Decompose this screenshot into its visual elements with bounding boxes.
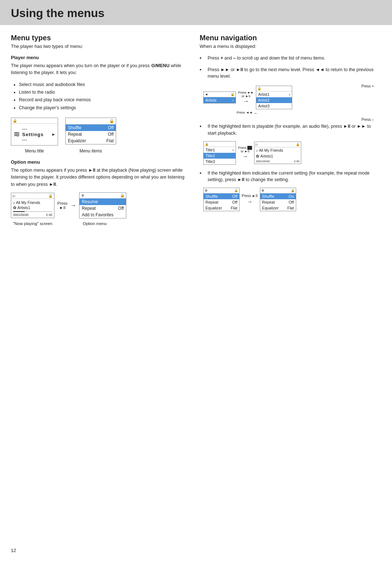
pb-track: ♪ All My Friends: [254, 147, 301, 153]
pause-icon: ⏸: [81, 193, 85, 197]
menu-items-header: 🔒: [66, 118, 116, 124]
option-menu-diagram-label: Option menu: [83, 221, 107, 226]
lock4-icon: 🔒: [291, 189, 295, 192]
np-body: ♪ All My Friends ✿ Artists1 0001/0030 2:…: [11, 199, 54, 218]
page-title: Using the menus: [11, 7, 381, 20]
before-setting-screen: ⚙ 🔒 ShuffleOff RepeatOff EqualizerFlat: [203, 188, 240, 211]
sb-equalizer: EqualizerFlat: [204, 205, 239, 211]
np-artist: ✿ Artists1: [13, 205, 52, 210]
menu-item-repeat: RepeatOff: [66, 131, 116, 138]
star2-icon: ✿: [256, 154, 259, 158]
artists-nav-diagram: Press + ◄ 🔒 Artists › Press ►► or: [203, 86, 374, 116]
menu-nav-subtitle: When a menu is displayed:: [200, 44, 374, 49]
np-time: 0001/0030 2:30: [13, 213, 52, 217]
np-track: ♪ All My Friends: [13, 200, 52, 205]
press-ff-indicator: Press ►II →: [242, 194, 258, 205]
press-fwd2-label: Press ██: [238, 146, 252, 150]
np-progress-bar: [13, 211, 25, 212]
sb-repeat: RepeatOff: [204, 199, 239, 205]
artist-list-screen: 🔒 Artist1 › Artist2 Artist3: [256, 86, 292, 109]
menu-items-label: Menu items: [65, 148, 116, 154]
menu-types-heading: Menu types: [11, 34, 185, 42]
menu-types-subtitle: The player has two types of menu:: [11, 44, 185, 49]
a-row-artists: Artists ›: [204, 97, 236, 103]
forward-arrow-icon: →: [243, 98, 249, 105]
menu-nav-heading: Menu navigation: [200, 34, 374, 42]
menu-item-shuffle: ShuffleOff: [66, 124, 116, 131]
menu-title-label: Menu title: [11, 148, 58, 154]
press-orii-label: or ►II: [241, 94, 250, 98]
lock-icon: 🔒: [205, 142, 209, 146]
playback-screen: ▷ 🔒 ♪ All My Friends ✿ Artists1 0001/003…: [254, 142, 301, 164]
al-row-3: Artist3: [256, 103, 292, 109]
sb-shuffle: ShuffleOff: [204, 193, 239, 199]
list-item: Record and play back voice memos: [19, 96, 185, 104]
menu-items-screen: 🔒 ShuffleOff RepeatOff EqualizerFlat: [65, 118, 116, 144]
title-nav-diagram: 🔒 Title1 › Title2 Title3 Press ██ or ►II…: [203, 141, 374, 165]
bullet-point-1: • Press + and – to scroll up and down th…: [200, 55, 374, 62]
al-row-1: Artist1 ›: [256, 91, 292, 97]
option-menu-diagram: ▷ 🔒 ♪ All My Friends ✿ Artists1: [11, 192, 185, 218]
artists-list-screen: ◄ 🔒 Artists ›: [203, 91, 236, 103]
bullet-point-2: • Press ►► or ►II to go to the next menu…: [200, 66, 374, 80]
press-plus-label: Press +: [362, 84, 374, 88]
np-progress: [13, 211, 52, 212]
om-repeat: RepeatOff: [79, 205, 126, 212]
music-note-icon: ♪: [13, 200, 15, 205]
music2-note-icon: ♪: [256, 148, 258, 152]
press-orii2-label: or ►II: [241, 150, 249, 153]
lock-icon: 🔒: [230, 93, 234, 96]
sa-shuffle: ShuffleOn: [260, 193, 296, 199]
page-number: 12: [11, 548, 16, 553]
diagram-labels: Menu title Menu items: [11, 148, 185, 154]
settings-screen-header: 🔒: [11, 118, 58, 124]
play2-icon: ▷: [256, 143, 258, 146]
player-menu-text: The player menu appears when you turn on…: [11, 62, 185, 77]
artist-nav-row: ◄ 🔒 Artists › Press ►► or ►II →: [203, 86, 374, 109]
settings2-icon: ⚙: [205, 189, 208, 192]
settings-icon: ≋: [13, 130, 20, 139]
right-arrow-icon: →: [70, 202, 76, 209]
al-row-2: Artist2: [256, 97, 292, 103]
sa-repeat: RepeatOff: [260, 199, 296, 205]
settings-arrow: ►: [52, 132, 56, 136]
star-icon: ✿: [13, 205, 16, 210]
title-list-screen: 🔒 Title1 › Title2 Title3: [203, 141, 236, 165]
bullet-dot-1: •: [200, 55, 205, 62]
left-chevron-icon: ◄: [205, 93, 208, 96]
press-back-row: Press ◄◄ ←: [237, 111, 374, 116]
lock-icon: 🔒: [257, 87, 261, 90]
lock-icon: 🔒: [120, 193, 124, 197]
bullet-point-3: • If the highlighted item is playable (f…: [200, 123, 374, 137]
lock2-icon: 🔒: [296, 143, 300, 146]
press-playback-indicator: Press ██ or ►II →: [238, 146, 252, 160]
list-item: Change the player's settings: [19, 104, 185, 112]
menu-item-equalizer: EqualizerFlat: [66, 138, 116, 144]
option-menu-content: ⏸ 🔒 Resume RepeatOff Add to Favorites: [79, 192, 126, 218]
list-item: Listen to the radio: [19, 89, 185, 96]
t-row-2: Title2: [204, 153, 236, 159]
option-menu-label: Option menu: [11, 159, 185, 165]
forward-nav-indicator: Press ►► or ►II →: [238, 91, 254, 105]
om-favorites: Add to Favorites: [79, 212, 126, 218]
page-content: Menu types The player has two types of m…: [0, 34, 392, 233]
forward-arrow3-icon: →: [247, 199, 253, 205]
press-minus-label: Press –: [362, 118, 374, 122]
np-header: ▷ 🔒: [11, 193, 54, 199]
bullet-dot-4: •: [200, 170, 205, 184]
al-header: 🔒: [256, 86, 292, 91]
now-playing-label: "Now playing" screen: [11, 221, 54, 226]
play-icon: ▷: [13, 194, 16, 198]
lock-icon: 🔒: [13, 119, 17, 123]
sa-header: ⚙ 🔒: [260, 188, 296, 193]
settings-screen: 🔒 ≋ ··· Settings ··· ►: [11, 118, 58, 146]
forward-arrow2-icon: →: [242, 153, 248, 160]
setting-change-diagram: ⚙ 🔒 ShuffleOff RepeatOff EqualizerFlat P…: [203, 188, 374, 211]
diagram-sub-labels: "Now playing" screen Option menu: [11, 221, 185, 226]
settings-label: ··· Settings ···: [22, 126, 49, 143]
now-playing-screen: ▷ 🔒 ♪ All My Friends ✿ Artists1: [11, 193, 54, 218]
settings3-icon: ⚙: [261, 189, 264, 192]
bullet-dot-3: •: [200, 123, 205, 137]
player-menu-label: Player menu: [11, 55, 185, 60]
pb-header: ▷ 🔒: [254, 142, 301, 147]
